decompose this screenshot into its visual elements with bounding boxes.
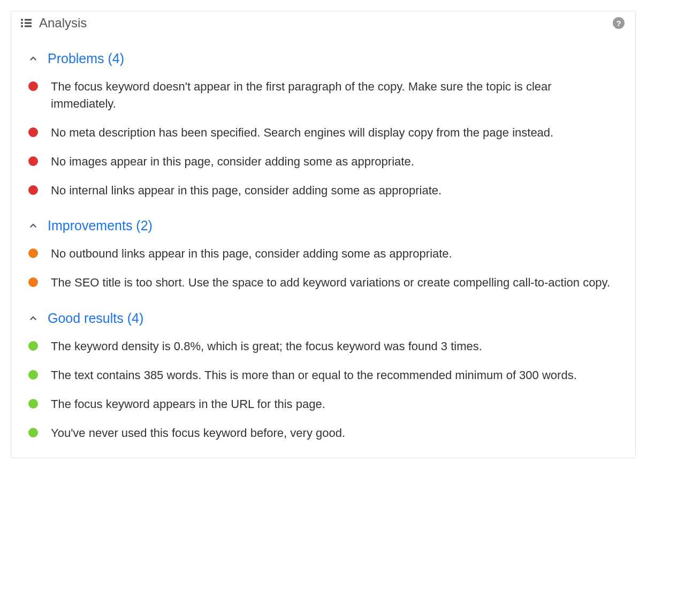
list-item: The SEO title is too short. Use the spac…	[27, 274, 619, 291]
list-item: No internal links appear in this page, c…	[27, 182, 619, 199]
list-item: No meta description has been specified. …	[27, 124, 619, 141]
chevron-up-icon	[28, 54, 38, 64]
bullet-green-icon	[28, 370, 38, 380]
chevron-up-icon	[28, 314, 38, 323]
help-icon[interactable]: ?	[613, 17, 625, 29]
item-text: The keyword density is 0.8%, which is gr…	[51, 338, 619, 355]
section-header-good-results[interactable]: Good results (4)	[27, 311, 619, 326]
bullet-orange-icon	[28, 248, 38, 258]
bullet-red-icon	[28, 156, 38, 166]
svg-point-0	[21, 19, 23, 21]
item-text: No outbound links appear in this page, c…	[51, 245, 619, 262]
bullet-green-icon	[28, 399, 38, 409]
list-item: The focus keyword doesn't appear in the …	[27, 78, 619, 112]
list-item: No outbound links appear in this page, c…	[27, 245, 619, 262]
analysis-panel: Analysis ? Problems (4) The focus keywor…	[11, 11, 636, 458]
panel-body: Problems (4) The focus keyword doesn't a…	[11, 35, 635, 458]
panel-title: Analysis	[39, 16, 87, 31]
section-title-good-results: Good results (4)	[48, 311, 143, 326]
list-item: The keyword density is 0.8%, which is gr…	[27, 338, 619, 355]
item-text: The text contains 385 words. This is mor…	[51, 367, 619, 384]
item-text: No meta description has been specified. …	[51, 124, 619, 141]
svg-rect-3	[25, 19, 32, 21]
section-header-improvements[interactable]: Improvements (2)	[27, 218, 619, 233]
list-item: The focus keyword appears in the URL for…	[27, 396, 619, 413]
bullet-red-icon	[28, 127, 38, 137]
item-text: The focus keyword doesn't appear in the …	[51, 78, 619, 112]
bullet-orange-icon	[28, 277, 38, 287]
svg-rect-4	[25, 22, 32, 24]
chevron-up-icon	[28, 221, 38, 231]
section-title-improvements: Improvements (2)	[48, 218, 153, 233]
panel-header-left: Analysis	[20, 16, 87, 31]
bullet-red-icon	[28, 81, 38, 91]
section-good-results: Good results (4) The keyword density is …	[27, 311, 619, 442]
bullet-green-icon	[28, 428, 38, 437]
list-icon	[20, 17, 33, 29]
bullet-red-icon	[28, 185, 38, 195]
list-item: No images appear in this page, consider …	[27, 153, 619, 170]
item-text: You've never used this focus keyword bef…	[51, 425, 619, 442]
item-text: No internal links appear in this page, c…	[51, 182, 619, 199]
bullet-green-icon	[28, 341, 38, 351]
svg-point-2	[21, 25, 23, 27]
section-title-problems: Problems (4)	[48, 51, 124, 66]
item-text: No images appear in this page, consider …	[51, 153, 619, 170]
section-problems: Problems (4) The focus keyword doesn't a…	[27, 51, 619, 199]
list-item: The text contains 385 words. This is mor…	[27, 367, 619, 384]
svg-point-1	[21, 22, 23, 24]
section-header-problems[interactable]: Problems (4)	[27, 51, 619, 66]
section-improvements: Improvements (2) No outbound links appea…	[27, 218, 619, 291]
panel-header: Analysis ?	[11, 11, 635, 35]
list-item: You've never used this focus keyword bef…	[27, 425, 619, 442]
item-text: The focus keyword appears in the URL for…	[51, 396, 619, 413]
item-text: The SEO title is too short. Use the spac…	[51, 274, 619, 291]
svg-rect-5	[25, 26, 32, 27]
